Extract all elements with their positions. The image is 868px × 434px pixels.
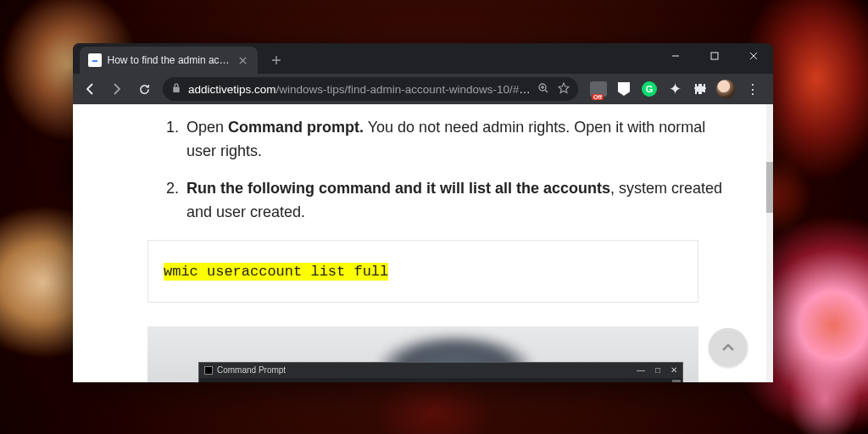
extension-settings-star-icon[interactable]: ✦ <box>665 79 685 99</box>
browser-toolbar: addictivetips.com/windows-tips/find-admi… <box>73 74 773 104</box>
browser-tab[interactable]: ••• How to find the admin account o <box>80 47 258 74</box>
browser-window: ••• How to find the admin account o <box>73 43 773 382</box>
cmd-minimize-icon: — <box>637 364 645 377</box>
cmd-maximize-icon: □ <box>655 364 660 377</box>
cmd-close-icon: ✕ <box>670 364 677 377</box>
tab-close-button[interactable] <box>236 53 250 67</box>
maximize-button[interactable] <box>695 43 734 69</box>
tab-favicon-icon: ••• <box>88 53 102 67</box>
lock-icon <box>171 82 181 96</box>
cmd-output-line: Domain=DESKTOP-0BST82C <box>206 380 676 382</box>
extension-flag-icon[interactable] <box>614 79 634 99</box>
close-window-button[interactable] <box>734 43 773 69</box>
command-prompt-body: Domain=DESKTOP-0BST82C FullName= <box>199 378 682 382</box>
page-scrollbar-thumb[interactable] <box>766 162 773 213</box>
page-content: Open Command prompt. You do not need adm… <box>73 104 773 382</box>
svg-rect-1 <box>173 87 179 93</box>
extension-grammarly-icon[interactable]: G <box>639 79 659 99</box>
embedded-screenshot: Command Prompt — □ ✕ Domain=DESKTOP-0BST… <box>147 326 698 382</box>
forward-button[interactable] <box>105 77 129 101</box>
window-controls <box>656 43 773 69</box>
article-body: Open Command prompt. You do not need adm… <box>73 104 773 382</box>
address-bar[interactable]: addictivetips.com/windows-tips/find-admi… <box>163 77 578 101</box>
command-prompt-window: Command Prompt — □ ✕ Domain=DESKTOP-0BST… <box>198 362 683 382</box>
scroll-to-top-button[interactable] <box>709 328 748 367</box>
extensions-puzzle-icon[interactable] <box>690 79 710 99</box>
svg-rect-0 <box>711 53 718 59</box>
bookmark-star-icon[interactable] <box>558 82 570 97</box>
browser-menu-button[interactable]: ⋮ <box>741 81 765 97</box>
command-prompt-icon <box>204 366 213 375</box>
new-tab-button[interactable] <box>264 48 288 72</box>
command-prompt-title: Command Prompt <box>217 364 286 377</box>
cmd-scrollbar <box>672 380 681 382</box>
profile-avatar[interactable] <box>715 79 736 99</box>
command-prompt-titlebar: Command Prompt — □ ✕ <box>199 363 682 378</box>
url-text: addictivetips.com/windows-tips/find-admi… <box>188 83 531 96</box>
extension-icons: G ✦ ⋮ <box>585 79 768 99</box>
code-text[interactable]: wmic useraccount list full <box>164 263 388 281</box>
reload-button[interactable] <box>132 77 156 101</box>
zoom-icon[interactable] <box>537 82 549 97</box>
code-block: wmic useraccount list full <box>147 240 698 303</box>
tab-title: How to find the admin account o <box>108 54 231 66</box>
minimize-button[interactable] <box>656 43 695 69</box>
step-2: Run the following command and it will li… <box>183 177 734 225</box>
browser-titlebar: ••• How to find the admin account o <box>73 43 773 74</box>
back-button[interactable] <box>78 77 102 101</box>
extension-off-icon[interactable] <box>588 79 609 99</box>
page-scrollbar-track[interactable] <box>766 104 773 382</box>
step-1: Open Command prompt. You do not need adm… <box>183 116 734 164</box>
